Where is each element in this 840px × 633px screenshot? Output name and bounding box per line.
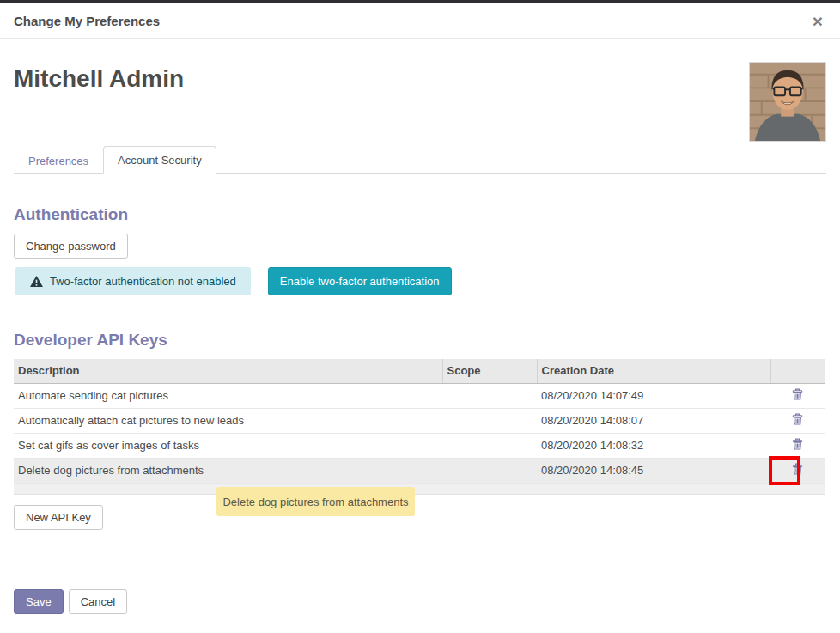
column-header-creation-date[interactable]: Creation Date (537, 359, 770, 383)
tooltip: Delete dog pictures from attachments (216, 487, 415, 516)
new-api-key-button[interactable]: New API Key (14, 505, 103, 530)
twofa-alert-text: Two-factor authentication not enabled (50, 275, 236, 288)
api-keys-heading: Developer API Keys (14, 331, 826, 350)
tab-account-security-label: Account Security (118, 154, 202, 167)
tab-account-security[interactable]: Account Security (103, 146, 216, 174)
cancel-label: Cancel (81, 595, 115, 608)
table-filler-row (14, 483, 825, 494)
cell-scope (442, 383, 537, 408)
dialog-footer: Save Cancel (14, 589, 826, 614)
tab-preferences-label: Preferences (28, 155, 88, 167)
change-password-button[interactable]: Change password (14, 234, 128, 259)
modal-body: Mitchell Admin Preferences Account Secur… (0, 65, 840, 614)
preferences-dialog: Change My Preferences × (0, 0, 840, 633)
column-header-description[interactable]: Description (14, 359, 442, 383)
cell-creation-date: 08/20/2020 14:07:49 (537, 383, 770, 408)
trash-icon (792, 413, 803, 425)
user-avatar (749, 62, 826, 142)
cell-description: Automatically attach cat pictures to new… (14, 408, 442, 433)
twofa-row: Two-factor authentication not enabled En… (14, 267, 826, 295)
cell-scope (442, 458, 537, 483)
table-header-row: Description Scope Creation Date (14, 359, 825, 383)
cell-creation-date: 08/20/2020 14:08:32 (537, 433, 770, 458)
cell-description: Set cat gifs as cover images of tasks (14, 433, 442, 458)
authentication-heading: Authentication (14, 205, 826, 224)
api-keys-table: Description Scope Creation Date Automate… (14, 359, 825, 495)
delete-key-button[interactable] (788, 386, 807, 405)
api-key-row[interactable]: Automate sending cat pictures 08/20/2020… (14, 383, 825, 408)
close-icon: × (813, 11, 823, 31)
api-key-row[interactable]: Delete dog pictures from attachments 08/… (14, 458, 825, 483)
cell-creation-date: 08/20/2020 14:08:45 (537, 458, 770, 483)
cell-description: Delete dog pictures from attachments (14, 458, 442, 483)
tab-preferences[interactable]: Preferences (14, 146, 103, 174)
api-key-row[interactable]: Automatically attach cat pictures to new… (14, 408, 825, 433)
new-api-key-label: New API Key (26, 511, 91, 524)
column-header-actions (770, 359, 825, 383)
cancel-button[interactable]: Cancel (69, 589, 127, 614)
save-button[interactable]: Save (14, 589, 64, 614)
page-title: Mitchell Admin (14, 65, 826, 93)
trash-icon (792, 438, 803, 450)
delete-key-button[interactable] (788, 411, 807, 429)
cell-scope (442, 408, 537, 433)
warning-icon (30, 276, 43, 287)
twofa-status-alert: Two-factor authentication not enabled (15, 267, 251, 295)
avatar-illustration (750, 63, 825, 141)
cell-creation-date: 08/20/2020 14:08:07 (537, 408, 770, 433)
close-button[interactable]: × (809, 12, 826, 30)
modal-header: Change My Preferences × (0, 3, 840, 39)
delete-key-button[interactable] (788, 461, 807, 479)
cell-scope (442, 433, 537, 458)
tooltip-text: Delete dog pictures from attachments (222, 496, 408, 508)
column-header-scope[interactable]: Scope (442, 359, 537, 383)
delete-key-button[interactable] (788, 436, 807, 454)
save-label: Save (26, 595, 52, 608)
trash-icon (792, 388, 803, 400)
tab-bar: Preferences Account Security (14, 146, 826, 174)
cell-description: Automate sending cat pictures (14, 383, 442, 408)
modal-title: Change My Preferences (14, 14, 160, 28)
api-key-row[interactable]: Set cat gifs as cover images of tasks 08… (14, 433, 825, 458)
enable-twofa-label: Enable two-factor authentication (280, 275, 440, 288)
change-password-label: Change password (26, 240, 116, 253)
enable-twofa-button[interactable]: Enable two-factor authentication (268, 267, 452, 295)
trash-icon (792, 463, 803, 475)
